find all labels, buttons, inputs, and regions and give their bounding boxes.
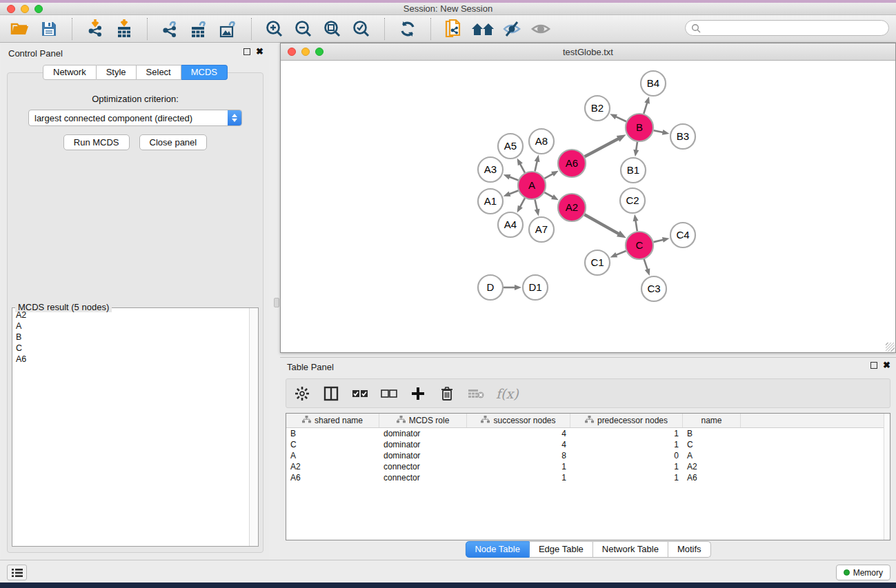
column-header-mcds-role[interactable]: MCDS role [379, 414, 467, 427]
select-all-columns-icon[interactable] [351, 385, 369, 403]
table-cell[interactable]: A6 [286, 472, 379, 483]
close-panel-icon[interactable]: ✖ [256, 48, 263, 55]
table-cell[interactable]: C [286, 439, 379, 450]
delete-table-icon[interactable] [467, 385, 485, 403]
table-cell[interactable]: A2 [286, 461, 379, 472]
close-table-panel-icon[interactable]: ✖ [883, 362, 890, 369]
float-panel-icon[interactable] [243, 48, 250, 55]
graph-node-A3[interactable]: A3 [478, 157, 503, 182]
zoom-fit-button[interactable] [318, 17, 347, 41]
edge-C-C4[interactable] [653, 239, 664, 242]
graph-node-B1[interactable]: B1 [621, 158, 646, 183]
import-network-button[interactable] [81, 17, 110, 41]
table-cell[interactable]: 8 [467, 450, 570, 461]
zoom-in-button[interactable] [260, 17, 289, 41]
graph-node-D[interactable]: D [478, 275, 503, 300]
graph-node-A8[interactable]: A8 [529, 129, 554, 154]
table-cell[interactable]: 1 [570, 439, 683, 450]
show-columns-icon[interactable] [322, 385, 340, 403]
edge-A6-B[interactable] [585, 138, 619, 156]
search-input[interactable] [701, 22, 888, 34]
deselect-all-columns-icon[interactable] [380, 385, 398, 403]
edge-A-A8[interactable] [535, 160, 537, 171]
table-cell[interactable]: A [286, 450, 379, 461]
table-row[interactable]: A6connector11A6 [286, 472, 890, 483]
table-row[interactable]: A2connector11A2 [286, 461, 890, 472]
graph-node-A7[interactable]: A7 [529, 217, 554, 242]
mcds-result-item[interactable]: B [13, 332, 249, 343]
splitter-handle[interactable] [274, 298, 279, 307]
edge-B-B4[interactable] [644, 102, 647, 114]
float-table-panel-icon[interactable] [870, 362, 877, 369]
column-header-predecessor-nodes[interactable]: predecessor nodes [570, 414, 683, 427]
edge-A-A6[interactable] [544, 173, 553, 178]
delete-column-trash-icon[interactable] [438, 385, 456, 403]
zoom-out-button[interactable] [289, 17, 318, 41]
edge-A-A2[interactable] [544, 192, 553, 197]
refresh-button[interactable] [393, 17, 422, 41]
tab-network[interactable]: Network [43, 65, 97, 80]
edge-C-C1[interactable] [615, 251, 626, 255]
node-table-scrollbar[interactable] [884, 414, 890, 540]
mcds-result-scrollbar[interactable] [249, 308, 258, 546]
table-row[interactable]: Bdominator41B [286, 428, 890, 439]
graph-node-A[interactable]: A [518, 172, 546, 199]
tab-motifs[interactable]: Motifs [668, 541, 711, 558]
mcds-result-item[interactable]: A [13, 321, 249, 332]
table-options-gear-icon[interactable] [293, 385, 311, 403]
export-table-button[interactable] [185, 17, 214, 41]
table-cell[interactable]: dominator [379, 439, 467, 450]
graph-node-C2[interactable]: C2 [620, 188, 645, 213]
graph-node-B4[interactable]: B4 [641, 71, 666, 96]
memory-button[interactable]: Memory [836, 565, 890, 580]
export-network-button[interactable] [156, 17, 185, 41]
mcds-result-item[interactable]: A2 [13, 310, 249, 321]
search-field[interactable] [685, 20, 889, 36]
table-cell[interactable]: A6 [683, 472, 741, 483]
edge-A-A1[interactable] [508, 191, 518, 194]
table-cell[interactable]: 1 [467, 461, 570, 472]
window-resize-grip[interactable] [886, 343, 895, 352]
table-cell[interactable]: 4 [467, 428, 570, 439]
column-header-name[interactable]: name [683, 414, 741, 427]
close-panel-button[interactable]: Close panel [139, 134, 208, 150]
tab-select[interactable]: Select [137, 65, 181, 80]
tab-edge-table[interactable]: Edge Table [530, 541, 593, 558]
column-header-successor-nodes[interactable]: successor nodes [467, 414, 570, 427]
task-history-button[interactable] [7, 565, 27, 580]
table-cell[interactable]: 1 [467, 472, 570, 483]
table-cell[interactable]: A2 [683, 461, 741, 472]
table-cell[interactable]: 4 [467, 439, 570, 450]
graph-node-A1[interactable]: A1 [478, 189, 503, 214]
edge-A-A4[interactable] [519, 198, 525, 207]
table-cell[interactable]: 1 [570, 461, 683, 472]
save-session-button[interactable] [34, 17, 63, 41]
edge-A-A7[interactable] [535, 200, 537, 211]
edge-B-B1[interactable] [636, 142, 637, 152]
graph-node-D1[interactable]: D1 [523, 275, 548, 300]
table-cell[interactable]: connector [379, 472, 467, 483]
network-canvas[interactable]: B4B2BB3B1A5A8A6A3AA1C2A2A4A7CC4C1C3DD1 [281, 61, 895, 352]
tab-style[interactable]: Style [97, 65, 137, 80]
mcds-result-item[interactable]: A6 [13, 354, 249, 365]
graph-node-C1[interactable]: C1 [585, 250, 610, 275]
mcds-result-list[interactable]: A2ABCA6 [13, 310, 249, 545]
table-cell[interactable]: connector [379, 461, 467, 472]
graph-node-C3[interactable]: C3 [641, 276, 666, 301]
hide-graphics-button[interactable] [497, 17, 526, 41]
edge-A-A5[interactable] [519, 163, 525, 173]
edge-B-B3[interactable] [654, 130, 664, 132]
table-cell[interactable]: dominator [379, 450, 467, 461]
table-cell[interactable]: C [683, 439, 741, 450]
network-graph[interactable]: B4B2BB3B1A5A8A6A3AA1C2A2A4A7CC4C1C3DD1 [281, 61, 891, 352]
table-cell[interactable]: B [683, 428, 741, 439]
open-session-button[interactable] [6, 17, 34, 41]
graph-node-A4[interactable]: A4 [498, 212, 523, 237]
edge-A-A3[interactable] [508, 176, 518, 180]
edge-B-B2[interactable] [615, 116, 626, 122]
graph-node-B[interactable]: B [626, 114, 653, 141]
optimization-criterion-select[interactable]: largest connected component (directed) [28, 110, 242, 126]
graph-node-C[interactable]: C [626, 232, 653, 259]
first-neighbors-button[interactable] [468, 17, 497, 41]
function-builder-icon[interactable]: f(x) [496, 386, 519, 401]
